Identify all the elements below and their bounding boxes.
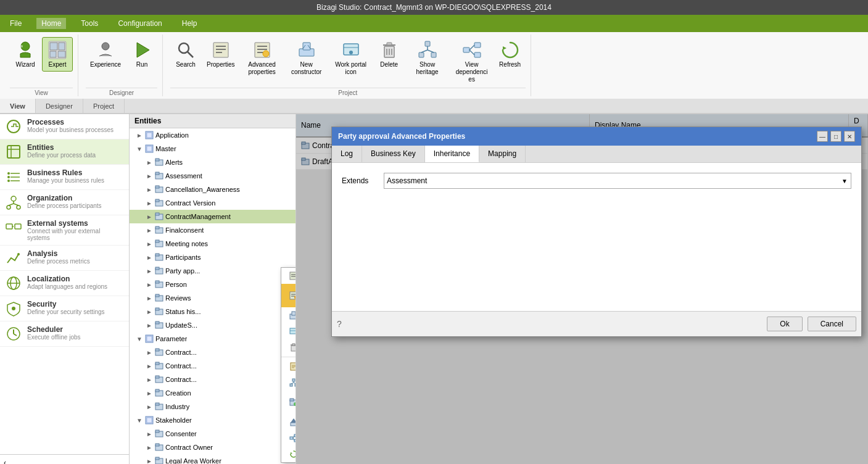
extends-select[interactable]: Assessment None xyxy=(384,173,851,189)
ctx-properties[interactable]: Properties xyxy=(281,268,296,284)
svg-rect-133 xyxy=(290,328,296,334)
svg-rect-97 xyxy=(155,294,159,297)
properties-ribbon-button[interactable]: Properties xyxy=(202,37,239,72)
tree-item-reviews[interactable]: ► Reviews xyxy=(130,291,296,305)
svg-rect-99 xyxy=(155,308,159,310)
view-dependencies-ribbon-button[interactable]: View dependencies xyxy=(450,37,494,86)
expand-contractmanagement: ► xyxy=(144,213,154,220)
modal-tab-mapping[interactable]: Mapping xyxy=(479,146,526,162)
contract1-label: Contract... xyxy=(165,349,197,356)
tree-item-contract3[interactable]: ► Contract... xyxy=(130,373,296,386)
sidebar-item-analysis[interactable]: Analysis Define process metrics xyxy=(0,246,129,271)
tree-item-legal-area-worker[interactable]: ► Legal Area Worker xyxy=(130,454,296,464)
show-heritage-icon xyxy=(418,40,437,60)
tree-item-contract2[interactable]: ► Contract... xyxy=(130,359,296,373)
ctx-new-constructor[interactable]: New constructor xyxy=(281,307,296,323)
run-button[interactable]: Run xyxy=(126,37,157,72)
section-project[interactable]: Project xyxy=(83,99,125,113)
delete-ribbon-button[interactable]: Delete xyxy=(374,37,405,72)
svg-rect-93 xyxy=(155,267,159,270)
properties-icon xyxy=(211,40,231,60)
ctx-delete[interactable]: Delete xyxy=(281,339,296,355)
section-designer[interactable]: Designer xyxy=(36,99,83,113)
ctx-view-dependencies[interactable]: View dependencies xyxy=(281,430,296,446)
experience-icon xyxy=(96,40,115,60)
tree-item-master[interactable]: ▼ Master xyxy=(130,142,296,155)
tree-item-contract1[interactable]: ► Contract... xyxy=(130,346,296,359)
ctx-advanced-properties[interactable]: Advanced properties xyxy=(281,284,296,307)
search-ribbon-button[interactable]: Search xyxy=(170,37,201,72)
ctx-set-as-process-entity[interactable]: Set as Process Entity xyxy=(281,391,296,414)
ctx-deploy-entities[interactable]: Deploy Entities xyxy=(281,414,296,430)
sidebar-item-processes[interactable]: Processes Model your business processes xyxy=(0,114,129,139)
ctx-show-heritage[interactable]: Show heritage xyxy=(281,375,296,391)
svg-rect-33 xyxy=(425,41,430,46)
sidebar-item-localization[interactable]: Localization Adapt languages and regions xyxy=(0,271,129,296)
ctx-deploy-icon xyxy=(289,417,296,427)
tree-item-updates[interactable]: ► UpdateS... xyxy=(130,318,296,332)
tree-item-participants[interactable]: ► Participants xyxy=(130,251,296,264)
sidebar-item-entities[interactable]: Entities Define your process data xyxy=(0,139,129,165)
svg-marker-152 xyxy=(291,418,296,423)
svg-rect-3 xyxy=(50,43,57,50)
ctx-refresh[interactable]: Refresh xyxy=(281,446,296,462)
svg-rect-87 xyxy=(155,226,159,229)
sidebar-item-security[interactable]: Security Define your security settings xyxy=(0,296,129,321)
wizard-button[interactable]: Wizard xyxy=(10,37,41,72)
sidebar-collapse-btn[interactable]: ‹ xyxy=(0,454,129,464)
show-heritage-ribbon-button[interactable]: Show heritage xyxy=(406,37,449,79)
modal-maximize-button[interactable]: □ xyxy=(830,131,841,142)
tree-item-assessment[interactable]: ► Assessment xyxy=(130,169,296,183)
tree-item-stakeholder[interactable]: ▼ Stakeholder xyxy=(130,413,296,427)
sidebar-item-external-systems[interactable]: External systems Connect with your exter… xyxy=(0,215,129,246)
tree-item-creation[interactable]: ► Creation xyxy=(130,386,296,400)
business-rules-desc: Manage your business rules xyxy=(27,177,104,184)
tree-item-consenter[interactable]: ► Consenter xyxy=(130,427,296,441)
menu-tools[interactable]: Tools xyxy=(76,18,103,29)
expand-meeting-notes: ► xyxy=(144,241,154,247)
ctx-work-portal-icon[interactable]: Work portal icon xyxy=(281,323,296,339)
industry-label: Industry xyxy=(165,403,189,410)
tree-item-contractmanagement[interactable]: ► ContractManagement xyxy=(130,210,296,223)
menu-file[interactable]: File xyxy=(5,18,27,29)
modal-help-icon[interactable]: ? xyxy=(337,319,342,329)
ctx-xml-schemas[interactable]: Xml Schemas xyxy=(281,358,296,375)
modal-close-button[interactable]: ✕ xyxy=(844,131,855,142)
tree-item-contract-owner[interactable]: ► Contract Owner xyxy=(130,441,296,454)
tree-item-alerts[interactable]: ► Alerts xyxy=(130,155,296,169)
modal-minimize-button[interactable]: — xyxy=(817,131,828,142)
tree-item-status-his[interactable]: ► Status his... xyxy=(130,305,296,318)
menu-home[interactable]: Home xyxy=(36,18,66,29)
menu-configuration[interactable]: Configuration xyxy=(113,18,167,29)
tree-item-party-app[interactable]: ► Party app... xyxy=(130,264,296,278)
tree-item-finalconsent[interactable]: ► Finalconsent xyxy=(130,223,296,237)
localization-label: Localization xyxy=(27,275,107,283)
expert-button[interactable]: Expert xyxy=(42,37,73,72)
modal-tab-inheritance[interactable]: Inheritance xyxy=(425,146,479,162)
tree-item-parameter[interactable]: ▼ Parameter xyxy=(130,332,296,346)
contractmanagement-tree-label: ContractManagement xyxy=(165,213,231,220)
business-rules-label: Business Rules xyxy=(27,168,104,177)
menu-help[interactable]: Help xyxy=(177,18,202,29)
section-view[interactable]: View xyxy=(0,99,36,113)
sidebar-item-business-rules[interactable]: Business Rules Manage your business rule… xyxy=(0,165,129,190)
advanced-properties-ribbon-button[interactable]: Advanced properties xyxy=(241,37,284,79)
sidebar-item-scheduler[interactable]: Scheduler Execute offline jobs xyxy=(0,321,129,347)
tree-item-industry[interactable]: ► Industry xyxy=(130,400,296,413)
modal-tab-log[interactable]: Log xyxy=(332,146,362,162)
work-portal-icon-ribbon-button[interactable]: Work portal icon xyxy=(329,37,373,79)
sidebar-item-organization[interactable]: Organization Define process participants xyxy=(0,190,129,215)
tree-item-contract-version[interactable]: ► Contract Version xyxy=(130,196,296,210)
refresh-ribbon-button[interactable]: Refresh xyxy=(495,37,526,72)
tree-item-meeting-notes[interactable]: ► Meeting notes xyxy=(130,237,296,251)
modal-ok-button[interactable]: Ok xyxy=(767,317,802,331)
analysis-label: Analysis xyxy=(27,249,90,258)
modal-cancel-button[interactable]: Cancel xyxy=(808,317,856,331)
tree-item-person[interactable]: ► Person xyxy=(130,278,296,291)
tree-item-cancellation[interactable]: ► Cancellation_Awareness xyxy=(130,183,296,196)
new-constructor-ribbon-button[interactable]: New constructor xyxy=(285,37,328,79)
tree-item-application[interactable]: ► Application xyxy=(130,128,296,142)
refresh-ribbon-label: Refresh xyxy=(499,61,521,68)
experience-button[interactable]: Experience xyxy=(86,37,125,72)
modal-tab-business-key[interactable]: Business Key xyxy=(362,146,425,162)
